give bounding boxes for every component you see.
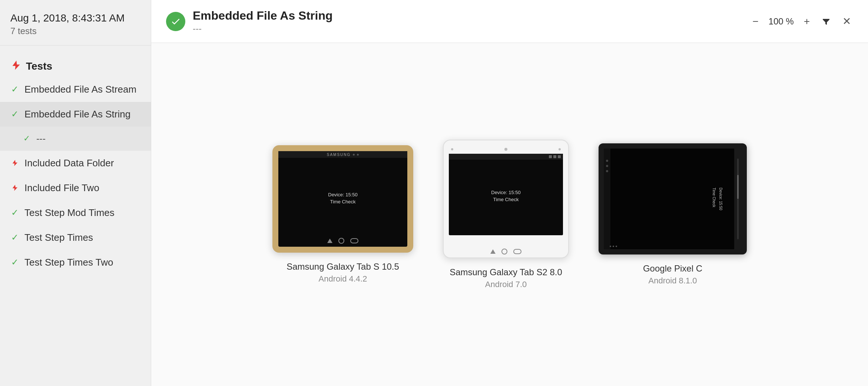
dot1 xyxy=(353,154,355,156)
header-title: Embedded File As String xyxy=(193,9,743,23)
check-icon: ✓ xyxy=(22,134,31,143)
device-screen-text-s105: Device: 15:50Time Check xyxy=(328,191,358,206)
header-text: Embedded File As String --- xyxy=(193,9,743,34)
header-subtitle: --- xyxy=(193,23,743,34)
device-name-s2: Samsung Galaxy Tab S2 8.0 xyxy=(450,267,562,277)
signal-icon xyxy=(549,155,552,158)
main-content: Embedded File As String --- − 100 % + ✕ xyxy=(151,0,868,386)
dot2 xyxy=(357,154,359,156)
header-controls: − 100 % + ✕ xyxy=(750,13,853,30)
speaker1 xyxy=(451,148,453,150)
sidebar: Aug 1, 2018, 8:43:31 AM 7 tests Tests ✓ … xyxy=(0,0,151,386)
wifi-icon xyxy=(553,155,556,158)
scrollbar xyxy=(737,159,739,239)
sidebar-item-dashes[interactable]: ✓ --- xyxy=(0,127,151,151)
tablet-nav-s2 xyxy=(490,249,521,254)
sidebar-item-label: Embedded File As Stream xyxy=(24,84,136,95)
dot1 xyxy=(606,160,608,162)
camera xyxy=(504,148,507,151)
device-os-pixelc: Android 8.1.0 xyxy=(649,276,697,286)
bolt-icon xyxy=(10,183,19,192)
rotated-text-container: Device: 15:50Time Check xyxy=(711,187,724,210)
back-btn xyxy=(490,249,496,254)
bolt-icon xyxy=(10,159,19,167)
device-grid: SAMSUNG Device: 15:50Time Check xyxy=(151,43,868,386)
tablet-s2: Device: 15:50Time Check xyxy=(443,140,569,258)
device-card-samsung-tab-s-105: SAMSUNG Device: 15:50Time Check xyxy=(272,145,413,284)
sidebar-item-label: Test Step Mod Times xyxy=(24,207,115,219)
sidebar-item-included-file-two[interactable]: Included File Two xyxy=(0,176,151,200)
sidebar-item-label: Test Step Times xyxy=(24,232,93,243)
sidebar-count: 7 tests xyxy=(10,26,140,36)
left-bar xyxy=(604,149,610,249)
device-screen-s105: SAMSUNG Device: 15:50Time Check xyxy=(272,145,413,253)
device-screen-pixelc: Device: 15:50Time Check xyxy=(599,143,747,254)
dot2 xyxy=(613,246,614,247)
sidebar-item-test-step-times-two[interactable]: ✓ Test Step Times Two xyxy=(0,250,151,275)
scrollbar-thumb xyxy=(737,175,739,199)
sidebar-item-embedded-file-stream[interactable]: ✓ Embedded File As Stream xyxy=(0,77,151,102)
brand-text: SAMSUNG xyxy=(327,153,351,157)
device-name-pixelc: Google Pixel C xyxy=(643,263,702,274)
device-name-s105: Samsung Galaxy Tab S 10.5 xyxy=(286,262,399,272)
screen-inner-s2: Device: 15:50Time Check xyxy=(449,154,563,235)
device-screen-text-s2: Device: 15:50Time Check xyxy=(491,189,521,203)
tests-bolt-icon xyxy=(10,60,21,73)
device-card-google-pixel-c: Device: 15:50Time Check Google Pixel C A… xyxy=(599,143,747,286)
pass-status-icon xyxy=(166,12,185,31)
sidebar-header: Aug 1, 2018, 8:43:31 AM 7 tests xyxy=(0,0,151,46)
check-icon: ✓ xyxy=(10,233,19,242)
check-icon: ✓ xyxy=(10,258,19,267)
sidebar-item-label: Embedded File As String xyxy=(24,109,130,120)
sidebar-item-test-step-mod-times[interactable]: ✓ Test Step Mod Times xyxy=(0,200,151,225)
screen-inner-pixelc: Device: 15:50Time Check xyxy=(604,149,742,249)
sidebar-item-label: Included File Two xyxy=(24,182,99,194)
sidebar-item-test-step-times[interactable]: ✓ Test Step Times xyxy=(0,225,151,250)
tablet-nav-s105 xyxy=(327,238,358,244)
check-icon: ✓ xyxy=(10,110,19,119)
sidebar-date: Aug 1, 2018, 8:43:31 AM xyxy=(10,12,140,24)
right-bar xyxy=(734,149,742,249)
recents-btn xyxy=(350,238,358,243)
speaker2 xyxy=(559,148,561,150)
screen-content-s2: Device: 15:50Time Check xyxy=(491,186,521,203)
status-bar-s2 xyxy=(449,154,563,160)
dot3 xyxy=(606,170,608,172)
check-icon: ✓ xyxy=(10,85,19,94)
zoom-out-button[interactable]: − xyxy=(750,13,761,30)
tablet-top-bar xyxy=(449,148,563,151)
tablet-s105: SAMSUNG Device: 15:50Time Check xyxy=(272,145,413,253)
device-rotated-text: Device: 15:50Time Check xyxy=(712,187,722,210)
sidebar-item-embedded-file-string[interactable]: ✓ Embedded File As String xyxy=(0,102,151,127)
main-header: Embedded File As String --- − 100 % + ✕ xyxy=(151,0,868,43)
recents-btn xyxy=(513,249,521,254)
zoom-level: 100 % xyxy=(768,16,794,27)
sidebar-item-label: Test Step Times Two xyxy=(24,257,113,268)
home-btn xyxy=(501,249,507,254)
back-btn xyxy=(327,239,332,243)
check-icon: ✓ xyxy=(10,208,19,217)
device-os-s2: Android 7.0 xyxy=(485,280,527,289)
screen-content: Device: 15:50Time Check xyxy=(328,182,358,216)
dot2 xyxy=(606,165,608,167)
dot1 xyxy=(610,246,611,247)
zoom-in-button[interactable]: + xyxy=(802,13,812,30)
device-screen-s2: Device: 15:50Time Check xyxy=(443,140,569,258)
bottom-dots xyxy=(610,246,617,247)
sidebar-item-label: --- xyxy=(36,133,46,144)
device-card-samsung-tab-s2-80: Device: 15:50Time Check Samsung Galaxy T… xyxy=(443,140,569,289)
dot3 xyxy=(616,246,617,247)
device-os-s105: Android 4.4.2 xyxy=(319,274,367,284)
filter-button[interactable] xyxy=(819,15,833,28)
battery-icon xyxy=(558,155,561,158)
tests-label: Tests xyxy=(26,60,52,72)
screen-top-bar: SAMSUNG xyxy=(278,151,407,158)
sidebar-item-included-data-folder[interactable]: Included Data Folder xyxy=(0,151,151,176)
sidebar-nav: Tests ✓ Embedded File As Stream ✓ Embedd… xyxy=(0,46,151,386)
sidebar-item-label: Included Data Folder xyxy=(24,157,114,169)
screen-inner-s105: SAMSUNG Device: 15:50Time Check xyxy=(278,151,407,247)
close-button[interactable]: ✕ xyxy=(840,13,853,30)
home-btn xyxy=(338,238,344,244)
tablet-pixelc: Device: 15:50Time Check xyxy=(599,143,747,254)
sidebar-section-tests: Tests xyxy=(0,56,151,77)
